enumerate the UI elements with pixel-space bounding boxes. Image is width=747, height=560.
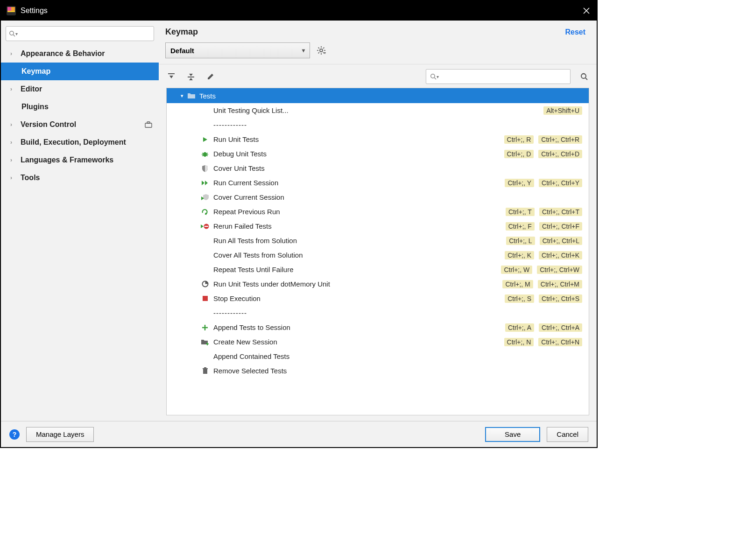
svg-rect-1 (7, 7, 11, 11)
actions-search[interactable]: ▾ (426, 69, 571, 84)
shortcut-badge: Ctrl+;, S (505, 294, 534, 303)
sidebar-item-tools[interactable]: ›Tools (1, 169, 159, 187)
shortcut-badge: Ctrl+;, Ctrl+F (539, 222, 582, 231)
sidebar-item-label: Editor (21, 85, 42, 93)
edit-shortcut-button[interactable] (204, 70, 217, 83)
chevron-right-icon: › (10, 175, 18, 181)
plus-green-icon (200, 324, 210, 331)
reset-link[interactable]: Reset (565, 28, 585, 36)
action-repeat-previous-run[interactable]: Repeat Previous RunCtrl+;, TCtrl+;, Ctrl… (167, 204, 589, 219)
sidebar-item-plugins[interactable]: Plugins (1, 98, 159, 116)
shortcut-group: Ctrl+;, MCtrl+;, Ctrl+M (502, 280, 582, 288)
stop-red-icon (200, 295, 210, 301)
tree-group-tests[interactable]: ▾ Tests (167, 88, 589, 103)
action-stop-execution[interactable]: Stop ExecutionCtrl+;, SCtrl+;, Ctrl+S (167, 291, 589, 306)
svg-point-25 (581, 74, 586, 78)
window-title: Settings (21, 7, 48, 15)
action-run-unit-tests[interactable]: Run Unit TestsCtrl+;, RCtrl+;, Ctrl+R (167, 132, 589, 147)
chevron-right-icon: › (10, 157, 18, 163)
action-label: Run Unit Tests under dotMemory Unit (213, 280, 330, 288)
shortcut-group: Ctrl+;, YCtrl+;, Ctrl+Y (505, 179, 582, 187)
action-cover-all-tests-from-solution[interactable]: Cover All Tests from SolutionCtrl+;, KCt… (167, 248, 589, 262)
svg-rect-49 (203, 368, 208, 369)
shortcut-badge: Ctrl+;, Ctrl+R (538, 135, 582, 144)
action-cover-unit-tests[interactable]: Cover Unit Tests (167, 161, 589, 175)
svg-point-8 (320, 49, 323, 52)
titlebar: Settings (1, 1, 597, 21)
shortcut-group: Ctrl+;, DCtrl+;, Ctrl+D (504, 150, 582, 158)
app-icon (6, 5, 17, 16)
help-button[interactable]: ? (9, 429, 20, 440)
shortcut-badge: Alt+Shift+U (543, 106, 582, 115)
tree-group-label: Tests (199, 92, 216, 100)
pie-icon (200, 280, 210, 287)
action-repeat-tests-until-failure[interactable]: Repeat Tests Until FailureCtrl+;, WCtrl+… (167, 262, 589, 277)
chevron-right-icon: › (10, 50, 18, 57)
action-label: Run Current Session (213, 179, 278, 187)
sidebar-item-appearance-behavior[interactable]: ›Appearance & Behavior (1, 45, 159, 63)
sidebar-item-version-control[interactable]: ›Version Control (1, 116, 159, 133)
svg-line-26 (585, 78, 587, 80)
svg-line-29 (202, 153, 204, 154)
action-label: Stop Execution (213, 294, 261, 302)
shortcut-badge: Ctrl+;, Y (505, 179, 534, 187)
chevron-down-icon: ▾ (181, 93, 183, 99)
action-debug-unit-tests[interactable]: Debug Unit TestsCtrl+;, DCtrl+;, Ctrl+D (167, 147, 589, 161)
svg-marker-27 (203, 137, 207, 142)
shortcut-group: Ctrl+;, ACtrl+;, Ctrl+A (505, 323, 582, 332)
search-icon (430, 73, 437, 80)
shortcut-badge: Ctrl+;, Ctrl+Y (539, 179, 582, 187)
keymap-scheme-value: Default (170, 47, 194, 55)
svg-rect-6 (145, 123, 152, 127)
action-cover-current-session[interactable]: Cover Current Session (167, 190, 589, 204)
svg-rect-2 (11, 7, 15, 11)
svg-marker-36 (205, 181, 208, 185)
action-run-current-session[interactable]: Run Current SessionCtrl+;, YCtrl+;, Ctrl… (167, 175, 589, 190)
shortcut-group: Ctrl+;, SCtrl+;, Ctrl+S (505, 294, 582, 303)
save-button[interactable]: Save (485, 427, 540, 442)
shortcut-group: Ctrl+;, WCtrl+;, Ctrl+W (501, 266, 582, 274)
sidebar-item-label: Appearance & Behavior (21, 49, 105, 58)
actions-search-input[interactable] (439, 73, 566, 80)
close-button[interactable] (581, 5, 592, 16)
action-unit-testing-quick-list[interactable]: Unit Testing Quick List...Alt+Shift+U (167, 103, 589, 118)
project-badge-icon (145, 121, 152, 128)
cancel-button[interactable]: Cancel (547, 427, 588, 442)
gear-icon[interactable] (317, 46, 326, 55)
sidebar-item-keymap[interactable]: Keymap (1, 63, 159, 80)
sidebar-item-build-execution-deployment[interactable]: ›Build, Execution, Deployment (1, 133, 159, 151)
footer: ? Manage Layers Save Cancel (1, 421, 597, 447)
sidebar-item-editor[interactable]: ›Editor (1, 80, 159, 98)
action-label: Repeat Previous Run (213, 208, 280, 216)
sidebar-item-languages-frameworks[interactable]: ›Languages & Frameworks (1, 151, 159, 169)
collapse-all-button[interactable] (185, 70, 197, 83)
shortcut-badge: Ctrl+;, Ctrl+T (539, 208, 582, 216)
svg-rect-41 (204, 226, 208, 227)
shortcut-badge: Ctrl+;, L (506, 237, 535, 245)
svg-line-24 (435, 78, 437, 80)
play-double-icon (200, 180, 210, 186)
shortcut-badge: Ctrl+;, R (504, 135, 534, 144)
shortcut-badge: Ctrl+;, T (506, 208, 535, 216)
find-by-shortcut-button[interactable] (578, 70, 590, 83)
separator: ------------ (167, 118, 589, 132)
shortcut-badge: Ctrl+;, Ctrl+W (537, 266, 582, 274)
action-create-new-session[interactable]: Create New SessionCtrl+;, NCtrl+;, Ctrl+… (167, 335, 589, 349)
expand-all-button[interactable] (165, 70, 177, 83)
action-append-tests-to-session[interactable]: Append Tests to SessionCtrl+;, ACtrl+;, … (167, 320, 589, 335)
action-append-contained-tests[interactable]: Append Contained Tests (167, 349, 589, 364)
actions-tree: ▾ Tests Unit Testing Quick List...Alt+Sh… (166, 88, 589, 415)
svg-point-4 (10, 31, 14, 35)
sidebar-search[interactable]: ▾ (6, 26, 154, 41)
keymap-scheme-dropdown[interactable]: Default ▾ (165, 42, 310, 58)
sidebar-search-input[interactable] (18, 30, 151, 37)
action-remove-selected-tests[interactable]: Remove Selected Tests (167, 364, 589, 378)
shortcut-group: Ctrl+;, RCtrl+;, Ctrl+R (504, 135, 582, 144)
action-rerun-failed-tests[interactable]: Rerun Failed TestsCtrl+;, FCtrl+;, Ctrl+… (167, 219, 589, 233)
action-run-unit-tests-under-dotmemory-unit[interactable]: Run Unit Tests under dotMemory UnitCtrl+… (167, 277, 589, 291)
action-run-all-tests-from-solution[interactable]: Run All Tests from SolutionCtrl+;, LCtrl… (167, 233, 589, 248)
manage-layers-button[interactable]: Manage Layers (26, 427, 94, 442)
svg-line-30 (206, 153, 208, 154)
svg-rect-7 (147, 122, 150, 123)
shortcut-badge: Ctrl+;, Ctrl+D (538, 150, 582, 158)
